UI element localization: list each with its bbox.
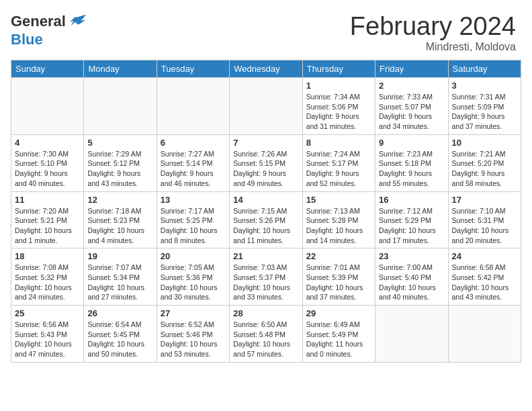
calendar-week-row: 25Sunrise: 6:56 AMSunset: 5:43 PMDayligh…: [11, 306, 521, 363]
day-info: Sunrise: 7:17 AMSunset: 5:25 PMDaylight:…: [161, 206, 226, 246]
day-info: Sunrise: 7:00 AMSunset: 5:40 PMDaylight:…: [379, 263, 444, 302]
col-saturday: Saturday: [448, 60, 521, 78]
logo-blue-text: Blue: [11, 31, 43, 48]
day-info: Sunrise: 7:27 AMSunset: 5:14 PMDaylight:…: [161, 149, 226, 189]
calendar-day-cell: 14Sunrise: 7:15 AMSunset: 5:26 PMDayligh…: [230, 191, 302, 248]
weekday-header-row: Sunday Monday Tuesday Wednesday Thursday…: [11, 60, 521, 78]
day-info: Sunrise: 7:21 AMSunset: 5:20 PMDaylight:…: [452, 149, 517, 189]
calendar-week-row: 1Sunrise: 7:34 AMSunset: 5:06 PMDaylight…: [11, 78, 521, 135]
day-info: Sunrise: 6:58 AMSunset: 5:42 PMDaylight:…: [452, 263, 517, 302]
calendar-day-cell: 22Sunrise: 7:01 AMSunset: 5:39 PMDayligh…: [302, 248, 375, 306]
day-number: 7: [233, 138, 298, 148]
calendar-day-cell: [375, 306, 448, 363]
day-number: 16: [379, 195, 444, 205]
day-number: 28: [233, 308, 298, 318]
calendar-body: 1Sunrise: 7:34 AMSunset: 5:06 PMDaylight…: [11, 78, 521, 363]
calendar-day-cell: [84, 78, 157, 135]
day-number: 26: [87, 308, 152, 318]
col-monday: Monday: [84, 60, 157, 78]
calendar-table: Sunday Monday Tuesday Wednesday Thursday…: [11, 60, 521, 363]
day-number: 15: [306, 195, 371, 205]
calendar-day-cell: 11Sunrise: 7:20 AMSunset: 5:21 PMDayligh…: [11, 191, 84, 248]
day-number: 6: [161, 138, 226, 148]
day-info: Sunrise: 6:52 AMSunset: 5:46 PMDaylight:…: [161, 320, 226, 359]
day-number: 5: [87, 138, 152, 148]
day-number: 11: [15, 195, 80, 205]
calendar-day-cell: 27Sunrise: 6:52 AMSunset: 5:46 PMDayligh…: [157, 306, 229, 363]
day-info: Sunrise: 6:50 AMSunset: 5:48 PMDaylight:…: [233, 320, 298, 359]
day-info: Sunrise: 7:24 AMSunset: 5:17 PMDaylight:…: [306, 149, 371, 189]
day-info: Sunrise: 7:29 AMSunset: 5:12 PMDaylight:…: [87, 149, 152, 189]
day-info: Sunrise: 7:31 AMSunset: 5:09 PMDaylight:…: [452, 92, 517, 132]
day-number: 18: [15, 251, 80, 261]
calendar-day-cell: 28Sunrise: 6:50 AMSunset: 5:48 PMDayligh…: [230, 306, 302, 363]
day-info: Sunrise: 7:05 AMSunset: 5:36 PMDaylight:…: [161, 263, 226, 302]
day-info: Sunrise: 7:30 AMSunset: 5:10 PMDaylight:…: [15, 149, 80, 189]
day-number: 14: [233, 195, 298, 205]
location-subtitle: Mindresti, Moldova: [350, 41, 516, 53]
day-info: Sunrise: 6:56 AMSunset: 5:43 PMDaylight:…: [15, 320, 80, 359]
day-info: Sunrise: 7:23 AMSunset: 5:18 PMDaylight:…: [379, 149, 444, 189]
day-info: Sunrise: 7:13 AMSunset: 5:28 PMDaylight:…: [306, 206, 371, 246]
col-wednesday: Wednesday: [230, 60, 302, 78]
calendar-day-cell: 1Sunrise: 7:34 AMSunset: 5:06 PMDaylight…: [302, 78, 375, 135]
day-number: 29: [306, 308, 371, 318]
calendar-day-cell: 20Sunrise: 7:05 AMSunset: 5:36 PMDayligh…: [157, 248, 229, 306]
col-friday: Friday: [375, 60, 448, 78]
day-info: Sunrise: 7:26 AMSunset: 5:15 PMDaylight:…: [233, 149, 298, 189]
calendar-day-cell: 16Sunrise: 7:12 AMSunset: 5:29 PMDayligh…: [375, 191, 448, 248]
page-header: General Blue February 2024 Mindresti, Mo…: [0, 0, 532, 60]
day-number: 3: [452, 81, 517, 91]
day-number: 8: [306, 138, 371, 148]
calendar-day-cell: 25Sunrise: 6:56 AMSunset: 5:43 PMDayligh…: [11, 306, 84, 363]
day-info: Sunrise: 7:33 AMSunset: 5:07 PMDaylight:…: [379, 92, 444, 132]
day-info: Sunrise: 7:08 AMSunset: 5:32 PMDaylight:…: [15, 263, 80, 302]
day-number: 9: [379, 138, 444, 148]
col-tuesday: Tuesday: [157, 60, 229, 78]
day-info: Sunrise: 7:12 AMSunset: 5:29 PMDaylight:…: [379, 206, 444, 246]
col-thursday: Thursday: [302, 60, 375, 78]
calendar-day-cell: 9Sunrise: 7:23 AMSunset: 5:18 PMDaylight…: [375, 134, 448, 191]
day-info: Sunrise: 6:49 AMSunset: 5:49 PMDaylight:…: [306, 320, 371, 359]
calendar-day-cell: 5Sunrise: 7:29 AMSunset: 5:12 PMDaylight…: [84, 134, 157, 191]
calendar-day-cell: 21Sunrise: 7:03 AMSunset: 5:37 PMDayligh…: [230, 248, 302, 306]
calendar-day-cell: 2Sunrise: 7:33 AMSunset: 5:07 PMDaylight…: [375, 78, 448, 135]
calendar-day-cell: 12Sunrise: 7:18 AMSunset: 5:23 PMDayligh…: [84, 191, 157, 248]
calendar-day-cell: [448, 306, 521, 363]
svg-marker-0: [70, 15, 86, 26]
calendar-day-cell: 8Sunrise: 7:24 AMSunset: 5:17 PMDaylight…: [302, 134, 375, 191]
day-number: 22: [306, 251, 371, 261]
calendar-week-row: 4Sunrise: 7:30 AMSunset: 5:10 PMDaylight…: [11, 134, 521, 191]
calendar-day-cell: 10Sunrise: 7:21 AMSunset: 5:20 PMDayligh…: [448, 134, 521, 191]
day-info: Sunrise: 7:03 AMSunset: 5:37 PMDaylight:…: [233, 263, 298, 302]
logo-bird-icon: [69, 12, 87, 31]
day-number: 10: [452, 138, 517, 148]
calendar-day-cell: [11, 78, 84, 135]
day-number: 21: [233, 251, 298, 261]
calendar-day-cell: [157, 78, 229, 135]
day-info: Sunrise: 7:18 AMSunset: 5:23 PMDaylight:…: [87, 206, 152, 246]
day-info: Sunrise: 7:20 AMSunset: 5:21 PMDaylight:…: [15, 206, 80, 246]
day-info: Sunrise: 7:15 AMSunset: 5:26 PMDaylight:…: [233, 206, 298, 246]
day-number: 1: [306, 81, 371, 91]
calendar-week-row: 11Sunrise: 7:20 AMSunset: 5:21 PMDayligh…: [11, 191, 521, 248]
calendar-day-cell: 15Sunrise: 7:13 AMSunset: 5:28 PMDayligh…: [302, 191, 375, 248]
day-info: Sunrise: 7:01 AMSunset: 5:39 PMDaylight:…: [306, 263, 371, 302]
logo-general-text: General: [11, 13, 66, 30]
day-info: Sunrise: 7:34 AMSunset: 5:06 PMDaylight:…: [306, 92, 371, 132]
calendar-day-cell: 26Sunrise: 6:54 AMSunset: 5:45 PMDayligh…: [84, 306, 157, 363]
calendar-day-cell: 13Sunrise: 7:17 AMSunset: 5:25 PMDayligh…: [157, 191, 229, 248]
calendar-header: Sunday Monday Tuesday Wednesday Thursday…: [11, 60, 521, 78]
day-number: 24: [452, 251, 517, 261]
calendar-container: Sunday Monday Tuesday Wednesday Thursday…: [0, 60, 532, 369]
day-number: 13: [161, 195, 226, 205]
calendar-week-row: 18Sunrise: 7:08 AMSunset: 5:32 PMDayligh…: [11, 248, 521, 306]
month-title: February 2024: [350, 12, 516, 41]
day-number: 4: [15, 138, 80, 148]
calendar-day-cell: 18Sunrise: 7:08 AMSunset: 5:32 PMDayligh…: [11, 248, 84, 306]
calendar-day-cell: 23Sunrise: 7:00 AMSunset: 5:40 PMDayligh…: [375, 248, 448, 306]
day-number: 20: [161, 251, 226, 261]
calendar-day-cell: [230, 78, 302, 135]
calendar-day-cell: 4Sunrise: 7:30 AMSunset: 5:10 PMDaylight…: [11, 134, 84, 191]
day-number: 2: [379, 81, 444, 91]
